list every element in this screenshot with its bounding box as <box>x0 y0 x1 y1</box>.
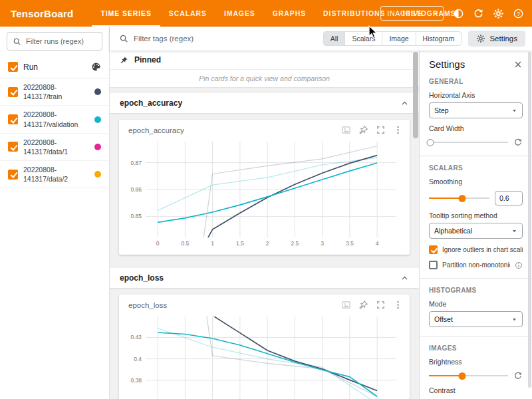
more-options-icon[interactable] <box>393 125 403 135</box>
tab-scalars[interactable]: SCALARS <box>160 0 215 27</box>
settings-gear-icon[interactable] <box>493 8 504 19</box>
fullscreen-icon[interactable] <box>376 125 386 135</box>
collapse-icon[interactable] <box>400 274 409 283</box>
card-width-row <box>429 138 523 147</box>
chart-epoch_loss[interactable]: 00.511.522.533.540.420.40.380.36 <box>119 310 410 399</box>
image-icon[interactable] <box>341 300 351 310</box>
collapse-icon[interactable] <box>400 99 409 108</box>
runs-column-header: Run <box>23 63 86 72</box>
run-checkbox[interactable] <box>8 114 18 124</box>
settings-heading-histograms: HISTOGRAMS <box>429 287 523 294</box>
fullscreen-icon[interactable] <box>376 300 386 310</box>
run-checkbox[interactable] <box>8 87 18 97</box>
search-icon <box>13 37 21 46</box>
main-scrollbar[interactable] <box>413 52 418 138</box>
filter-chip-scalars[interactable]: Scalars <box>344 31 382 46</box>
chart-epoch_accuracy[interactable]: 00.511.522.533.540.850.860.87 <box>119 135 410 255</box>
runs-filter-box <box>7 32 102 51</box>
run-color-dot[interactable] <box>94 88 101 95</box>
select-all-runs-checkbox[interactable] <box>8 62 18 72</box>
filter-chip-histogram[interactable]: Histogram <box>416 31 462 46</box>
ignore-outliers-checkbox-row[interactable]: Ignore outliers in chart scaling <box>429 245 523 254</box>
settings-button[interactable]: Settings <box>468 31 525 47</box>
run-row[interactable]: 20220808-141317/data/2 <box>0 161 109 188</box>
runs-list: 20220808-141317/train20220808-141317/val… <box>0 78 109 188</box>
section-header-epoch_accuracy[interactable]: epoch_accuracy <box>110 93 419 113</box>
image-icon[interactable] <box>341 125 351 135</box>
contrast-icon[interactable] <box>453 8 464 19</box>
run-color-dot[interactable] <box>94 116 101 123</box>
tooltip-sorting-select[interactable]: Alphabetical <box>429 223 523 239</box>
status-dropdown[interactable]: INACTIVE <box>380 6 444 21</box>
pin-icon[interactable] <box>358 125 368 135</box>
status-value: INACTIVE <box>387 9 424 17</box>
filter-tags-input[interactable] <box>134 35 323 43</box>
partition-x-checkbox[interactable] <box>429 261 438 269</box>
reset-icon[interactable] <box>513 138 523 147</box>
svg-text:1.5: 1.5 <box>236 240 244 247</box>
section-title: epoch_loss <box>120 273 400 283</box>
settings-scrollbar[interactable] <box>528 52 531 388</box>
close-icon[interactable] <box>513 60 523 69</box>
run-row[interactable]: 20220808-141317/validation <box>0 106 109 133</box>
tab-time-series[interactable]: TIME SERIES <box>92 0 160 27</box>
help-icon[interactable]: ? <box>513 8 524 19</box>
svg-text:4: 4 <box>376 240 379 247</box>
filter-runs-input[interactable] <box>26 37 96 45</box>
histogram-mode-value: Offset <box>434 315 453 323</box>
pin-icon[interactable] <box>358 300 368 310</box>
smoothing-label: Smoothing <box>429 178 523 186</box>
ignore-outliers-label: Ignore outliers in chart scaling <box>442 246 523 253</box>
svg-text:0.38: 0.38 <box>130 377 142 384</box>
tooltip-sorting-value: Alphabetical <box>434 227 472 235</box>
settings-heading-scalars: SCALARS <box>429 164 523 172</box>
partition-x-checkbox-row[interactable]: Partition non-monotonic X axis <box>429 261 523 269</box>
tab-graphs[interactable]: GRAPHS <box>264 0 315 27</box>
pinned-hint: Pin cards for a quick view and compariso… <box>110 70 419 87</box>
chevron-down-icon <box>511 108 517 114</box>
app-title: TensorBoard <box>11 8 73 19</box>
section-header-epoch_loss[interactable]: epoch_loss <box>110 268 419 288</box>
histogram-mode-label: Mode <box>429 300 523 308</box>
histogram-mode-select[interactable]: Offset <box>429 311 523 327</box>
tab-images[interactable]: IMAGES <box>215 0 264 27</box>
brightness-slider[interactable] <box>429 371 508 380</box>
palette-icon[interactable] <box>91 62 101 72</box>
contrast-label: Contrast <box>429 386 523 394</box>
svg-text:0: 0 <box>156 240 160 247</box>
tag-filter-chips: AllScalarsImageHistogram <box>323 31 462 46</box>
pin-icon <box>120 56 128 65</box>
run-checkbox[interactable] <box>8 142 18 152</box>
run-checkbox[interactable] <box>8 170 18 180</box>
ignore-outliers-checkbox[interactable] <box>429 245 438 254</box>
svg-text:3.5: 3.5 <box>346 240 354 247</box>
svg-text:0.4: 0.4 <box>134 356 142 362</box>
more-options-icon[interactable] <box>393 300 403 310</box>
filter-chip-image[interactable]: Image <box>382 31 416 46</box>
run-label: 20220808-141317/data/1 <box>23 138 89 156</box>
tags-toolbar: AllScalarsImageHistogram Settings <box>110 27 532 51</box>
run-color-dot[interactable] <box>94 171 101 178</box>
smoothing-input[interactable] <box>495 191 523 205</box>
main-nav: TIME SERIESSCALARSIMAGESGRAPHSDISTRIBUTI… <box>92 0 380 27</box>
settings-heading-general: GENERAL <box>429 78 523 85</box>
svg-text:0.85: 0.85 <box>130 213 142 219</box>
smoothing-slider[interactable] <box>429 194 489 203</box>
horizontal-axis-select[interactable]: Step <box>429 102 523 118</box>
settings-panel: Settings GENERAL Horizontal Axis Step Ca… <box>419 51 532 399</box>
chevron-down-icon <box>433 11 439 17</box>
refresh-icon[interactable] <box>473 8 484 19</box>
pinned-title: Pinned <box>134 55 161 65</box>
run-row[interactable]: 20220808-141317/train <box>0 78 109 106</box>
settings-heading-images: IMAGES <box>429 344 523 352</box>
run-row[interactable]: 20220808-141317/data/1 <box>0 134 109 161</box>
brightness-row <box>429 371 523 380</box>
chevron-down-icon <box>511 228 517 234</box>
card-width-slider[interactable] <box>429 138 508 147</box>
top-bar: TensorBoard TIME SERIESSCALARSIMAGESGRAP… <box>0 0 532 27</box>
settings-button-label: Settings <box>489 35 517 43</box>
run-color-dot[interactable] <box>94 144 101 150</box>
svg-text:1: 1 <box>211 240 214 247</box>
reset-icon[interactable] <box>513 371 523 380</box>
filter-chip-all[interactable]: All <box>323 31 346 46</box>
